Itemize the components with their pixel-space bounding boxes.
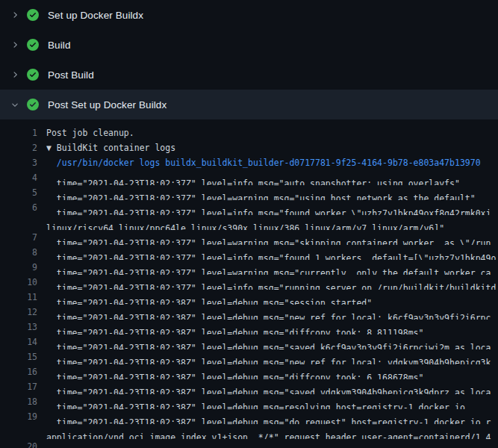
- log-text: time="2021-04-23T18:02:38Z" level=debug …: [46, 394, 498, 409]
- log-row: 2▼ BuildKit container logs: [0, 140, 498, 155]
- line-number[interactable]: 19: [0, 409, 37, 424]
- step-row-post-build[interactable]: Post Build: [0, 60, 498, 90]
- line-number[interactable]: 20: [0, 439, 37, 448]
- log-row: linux/riscv64 linux/ppc64le linux/s390x …: [0, 215, 498, 230]
- line-number[interactable]: 8: [0, 245, 37, 260]
- line-number[interactable]: 1: [0, 125, 37, 140]
- chevron-right-icon: [9, 69, 21, 81]
- line-number[interactable]: 11: [0, 290, 37, 305]
- step-label: Post Set up Docker Buildx: [48, 99, 166, 111]
- check-circle-icon: [27, 39, 39, 51]
- log-text: time="2021-04-23T18:02:37Z" level=warnin…: [46, 185, 498, 200]
- chevron-down-icon: [9, 99, 21, 111]
- step-row-set-up-docker-buildx[interactable]: Set up Docker Buildx: [0, 0, 498, 30]
- log-text: time="2021-04-23T18:02:37Z" level=warnin…: [46, 260, 498, 275]
- step-row-build[interactable]: Build: [0, 30, 498, 60]
- log-text: time="2021-04-23T18:02:37Z" level=info m…: [46, 170, 498, 185]
- log-text: time="2021-04-23T18:02:37Z" level=info m…: [46, 245, 498, 260]
- line-number[interactable]: 18: [0, 394, 37, 409]
- log-row: 18 time="2021-04-23T18:02:38Z" level=deb…: [0, 394, 498, 409]
- line-number[interactable]: 17: [0, 379, 37, 394]
- log-row: 12 time="2021-04-23T18:02:38Z" level=deb…: [0, 305, 498, 320]
- log-row: 5 time="2021-04-23T18:02:37Z" level=warn…: [0, 185, 498, 200]
- line-number[interactable]: 13: [0, 320, 37, 335]
- log-row: 9 time="2021-04-23T18:02:37Z" level=warn…: [0, 260, 498, 275]
- check-circle-icon: [27, 69, 39, 81]
- line-number[interactable]: 7: [0, 230, 37, 245]
- log-row: 6 time="2021-04-23T18:02:37Z" level=info…: [0, 200, 498, 215]
- line-number: [0, 424, 37, 439]
- line-number[interactable]: 15: [0, 349, 37, 364]
- line-number[interactable]: 9: [0, 260, 37, 275]
- line-number: [0, 215, 37, 230]
- log-row: 7 time="2021-04-23T18:02:37Z" level=warn…: [0, 230, 498, 245]
- line-number[interactable]: 4: [0, 170, 37, 185]
- log-text: time="2021-04-23T18:02:38Z" level=debug …: [46, 379, 498, 394]
- line-number[interactable]: 12: [0, 305, 37, 320]
- line-number[interactable]: 10: [0, 275, 37, 290]
- log-text: Post job cleanup.: [46, 125, 498, 140]
- step-label: Set up Docker Buildx: [48, 10, 143, 21]
- step-label: Build: [48, 40, 71, 51]
- group-expanded-icon[interactable]: ▼: [46, 143, 57, 153]
- log-command-text: /usr/bin/docker logs buildx_buildkit_bui…: [46, 155, 498, 170]
- log-text: linux/riscv64 linux/ppc64le linux/s390x …: [46, 215, 498, 230]
- log-row: 10 time="2021-04-23T18:02:37Z" level=inf…: [0, 275, 498, 290]
- log-row: 1Post job cleanup.: [0, 125, 498, 140]
- log-row: 11 time="2021-04-23T18:02:38Z" level=deb…: [0, 290, 498, 305]
- line-number[interactable]: 3: [0, 155, 37, 170]
- log-text: time="2021-04-23T18:02:38Z" level=debug …: [46, 290, 498, 305]
- step-label: Post Build: [48, 69, 94, 81]
- log-row: 3 /usr/bin/docker logs buildx_buildkit_b…: [0, 155, 498, 170]
- log-text: time="2021-04-23T18:02:38Z" level=debug …: [46, 409, 498, 424]
- log-row: 4 time="2021-04-23T18:02:37Z" level=info…: [0, 170, 498, 185]
- log-text: application/vnd.oci.image.index.v1+json,…: [46, 424, 498, 439]
- log-row: 16 time="2021-04-23T18:02:38Z" level=deb…: [0, 364, 498, 379]
- line-number[interactable]: 5: [0, 185, 37, 200]
- log-row: 15 time="2021-04-23T18:02:38Z" level=deb…: [0, 349, 498, 364]
- chevron-right-icon: [9, 9, 21, 21]
- log-row: 17 time="2021-04-23T18:02:38Z" level=deb…: [0, 379, 498, 394]
- line-number[interactable]: 14: [0, 335, 37, 349]
- log-text: time="2021-04-23T18:02:38Z" level=debug …: [46, 335, 498, 349]
- log-row: 13 time="2021-04-23T18:02:38Z" level=deb…: [0, 320, 498, 335]
- log-text: time="2021-04-23T18:02:38Z" level=debug …: [46, 320, 498, 335]
- log-row: 8 time="2021-04-23T18:02:37Z" level=info…: [0, 245, 498, 260]
- log-text: time="2021-04-23T18:02:37Z" level=info m…: [46, 275, 498, 290]
- step-row-post-set-up-docker-buildx[interactable]: Post Set up Docker Buildx: [0, 90, 498, 119]
- log-text: time="2021-04-23T18:02:37Z" level=info m…: [46, 200, 498, 215]
- log-row: 19 time="2021-04-23T18:02:38Z" level=deb…: [0, 409, 498, 424]
- steps-list: Set up Docker Buildx Build Post Build Po…: [0, 0, 498, 119]
- log-text: time="2021-04-23T18:02:38Z" level=debug …: [46, 305, 498, 320]
- line-number[interactable]: 2: [0, 140, 37, 155]
- log-text: time="2021-04-23T18:02:38Z" level=debug …: [46, 439, 498, 448]
- log-row: 14 time="2021-04-23T18:02:38Z" level=deb…: [0, 335, 498, 349]
- log-group-label[interactable]: ▼ BuildKit container logs: [46, 140, 498, 155]
- log-row: application/vnd.oci.image.index.v1+json,…: [0, 424, 498, 439]
- check-circle-icon: [27, 9, 39, 21]
- log-text: time="2021-04-23T18:02:37Z" level=warnin…: [46, 230, 498, 245]
- log-text: time="2021-04-23T18:02:38Z" level=debug …: [46, 364, 498, 379]
- check-circle-icon: [27, 99, 39, 111]
- chevron-right-icon: [9, 39, 21, 51]
- line-number[interactable]: 16: [0, 364, 37, 379]
- line-number[interactable]: 6: [0, 200, 37, 215]
- log-viewer: 1Post job cleanup.2▼ BuildKit container …: [0, 119, 498, 448]
- log-row: 20 time="2021-04-23T18:02:38Z" level=deb…: [0, 439, 498, 448]
- log-text: time="2021-04-23T18:02:38Z" level=debug …: [46, 349, 498, 364]
